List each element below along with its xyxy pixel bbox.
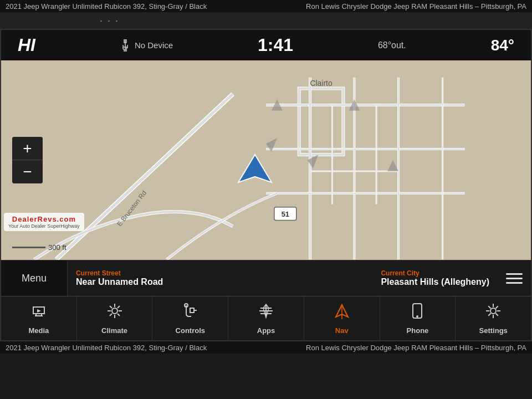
- tab-climate[interactable]: Climate: [77, 296, 153, 340]
- current-city-label: Current City: [381, 269, 489, 277]
- media-label: Media: [28, 326, 49, 335]
- watermark: DealerRevs.com Your Auto Dealer SuperHig…: [4, 213, 84, 231]
- tab-settings[interactable]: Settings: [456, 296, 531, 340]
- apps-label: Apps: [257, 326, 275, 335]
- bottom-tabs: Media Climate Controls Apps Nav Phone Se…: [1, 296, 531, 340]
- current-city-value: Pleasant Hills (Allegheny): [381, 277, 489, 287]
- svg-text:Clairto: Clairto: [310, 79, 332, 88]
- zoom-in-button[interactable]: +: [12, 137, 43, 160]
- media-icon: [30, 303, 47, 323]
- cabin-temp: 84°: [491, 37, 514, 54]
- outside-temp: 68°out.: [378, 40, 406, 50]
- tab-apps[interactable]: Apps: [228, 296, 304, 340]
- menu-label: Menu: [22, 273, 47, 284]
- watermark-tagline: Your Auto Dealer SuperHighway: [8, 223, 80, 229]
- clock: 1:41: [258, 35, 293, 55]
- current-street-label: Current Street: [76, 269, 163, 277]
- controls-icon: [182, 303, 198, 323]
- settings-icon: [485, 303, 502, 323]
- dots-row: · · ·: [0, 12, 532, 29]
- map-display: 51 Clairto E Bruceton Rd + −: [1, 60, 531, 260]
- phone-icon: [410, 303, 425, 323]
- usb-icon: [120, 39, 130, 52]
- bottom-dealer: Ron Lewis Chrysler Dodge Jeep RAM Pleasa…: [306, 344, 526, 352]
- watermark-site: DealerRevs.com: [12, 215, 76, 223]
- scale-label: 300 ft: [48, 243, 66, 252]
- bottom-bar: 2021 Jeep Wrangler Unlimited Rubicon 392…: [0, 341, 532, 354]
- greeting-text: HI: [18, 35, 35, 55]
- settings-label: Settings: [479, 326, 508, 335]
- top-title: 2021 Jeep Wrangler Unlimited Rubicon 392…: [6, 2, 207, 11]
- menu-button[interactable]: Menu: [1, 260, 68, 296]
- svg-point-33: [112, 308, 117, 314]
- scale-indicator: 300 ft: [12, 243, 66, 252]
- tab-media[interactable]: Media: [1, 296, 77, 340]
- svg-text:51: 51: [282, 210, 289, 218]
- infotainment-screen: HI No Device 1:41 68°out. 84°: [0, 29, 532, 341]
- top-dealer: Ron Lewis Chrysler Dodge Jeep RAM Pleasa…: [306, 2, 526, 11]
- zoom-controls: + −: [12, 137, 43, 183]
- climate-icon: [106, 303, 123, 323]
- nav-info: Current Street Near Unnamed Road Current…: [68, 267, 498, 290]
- zoom-out-button[interactable]: −: [12, 160, 43, 183]
- climate-label: Climate: [101, 326, 127, 335]
- nav-icon: [334, 303, 350, 323]
- status-bar: HI No Device 1:41 68°out. 84°: [1, 30, 531, 60]
- svg-point-38: [416, 315, 418, 318]
- hamburger-icon: [506, 273, 523, 284]
- bottom-title: 2021 Jeep Wrangler Unlimited Rubicon 392…: [6, 344, 207, 352]
- usb-status: No Device: [120, 39, 173, 52]
- tab-nav[interactable]: Nav: [304, 296, 380, 340]
- navigation-bar: Menu Current Street Near Unnamed Road Cu…: [1, 260, 531, 296]
- controls-label: Controls: [176, 326, 205, 335]
- device-label: No Device: [135, 40, 173, 50]
- current-street-block: Current Street Near Unnamed Road: [76, 269, 163, 287]
- apps-icon: [258, 303, 274, 323]
- scale-line: [12, 247, 45, 248]
- tab-phone[interactable]: Phone: [380, 296, 456, 340]
- hamburger-button[interactable]: [498, 260, 531, 296]
- current-city-block: Current City Pleasant Hills (Allegheny): [381, 269, 489, 287]
- nav-label: Nav: [335, 326, 349, 335]
- current-street-value: Near Unnamed Road: [76, 277, 163, 287]
- tab-controls[interactable]: Controls: [152, 296, 228, 340]
- ellipsis: · · ·: [100, 15, 119, 27]
- phone-label: Phone: [407, 326, 429, 335]
- svg-point-39: [490, 308, 496, 314]
- top-bar: 2021 Jeep Wrangler Unlimited Rubicon 392…: [0, 0, 532, 12]
